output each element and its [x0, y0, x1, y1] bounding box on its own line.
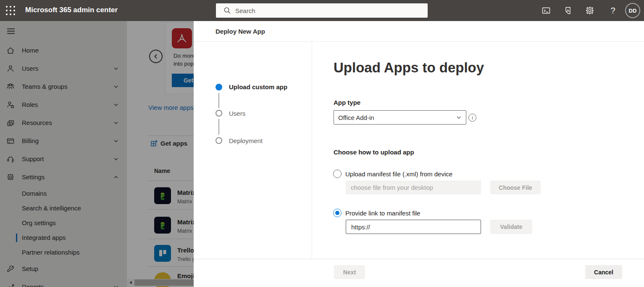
search-input[interactable]	[235, 7, 423, 14]
step-dot-open	[216, 137, 222, 144]
cancel-button[interactable]: Cancel	[585, 265, 622, 279]
upload-from-device-option[interactable]: Upload manifest file (.xml) from device	[333, 170, 452, 178]
screen: Microsoft 365 admin center ? DD	[0, 0, 644, 287]
choose-upload-heading: Choose how to upload app	[334, 149, 414, 156]
manifest-url-input[interactable]	[346, 220, 481, 234]
file-path-input[interactable]	[346, 181, 481, 194]
app-title: Microsoft 365 admin center	[25, 6, 118, 14]
search-box[interactable]	[216, 3, 428, 18]
modal-dim-overlay	[0, 21, 194, 287]
chevron-down-icon	[456, 114, 462, 120]
app-type-value: Office Add-in	[338, 114, 456, 121]
top-bar: Microsoft 365 admin center ? DD	[0, 0, 644, 21]
step-connector	[218, 93, 219, 108]
upload-from-device-label: Upload manifest file (.xml) from device	[345, 170, 452, 178]
step-connector	[218, 119, 219, 135]
app-type-label: App type	[334, 99, 360, 106]
feedback-icon[interactable]	[563, 5, 573, 16]
radio-unselected-icon[interactable]	[333, 170, 342, 178]
footer-divider	[194, 259, 644, 259]
avatar[interactable]: DD	[625, 3, 640, 18]
choose-file-button[interactable]: Choose File	[490, 181, 541, 194]
provide-link-option[interactable]: Provide link to manifest file	[333, 209, 420, 217]
info-icon[interactable]: i	[468, 114, 476, 122]
step-deployment[interactable]: Deployment	[229, 137, 263, 144]
app-type-dropdown[interactable]: Office Add-in	[334, 110, 466, 125]
app-launcher-icon[interactable]	[5, 5, 16, 16]
radio-selected-icon[interactable]	[333, 209, 342, 217]
step-users[interactable]: Users	[229, 110, 245, 117]
provide-link-label: Provide link to manifest file	[345, 210, 420, 217]
step-dot-active	[216, 84, 222, 90]
next-button[interactable]: Next	[334, 265, 365, 279]
validate-button[interactable]: Validate	[490, 220, 532, 234]
search-icon	[223, 7, 231, 14]
terminal-icon[interactable]	[541, 5, 551, 16]
step-upload-custom-app[interactable]: Upload custom app	[229, 83, 287, 90]
page-title: Upload Apps to deploy	[334, 60, 484, 76]
step-dot-open	[216, 110, 222, 117]
deploy-new-app-panel: Deploy New App Upload custom app Users D…	[194, 21, 644, 287]
panel-header: Deploy New App	[194, 21, 644, 42]
panel-title: Deploy New App	[216, 28, 265, 35]
help-icon[interactable]: ?	[608, 5, 618, 16]
wizard-stepper: Upload custom app Users Deployment	[194, 42, 312, 259]
settings-gear-icon[interactable]	[585, 5, 595, 16]
